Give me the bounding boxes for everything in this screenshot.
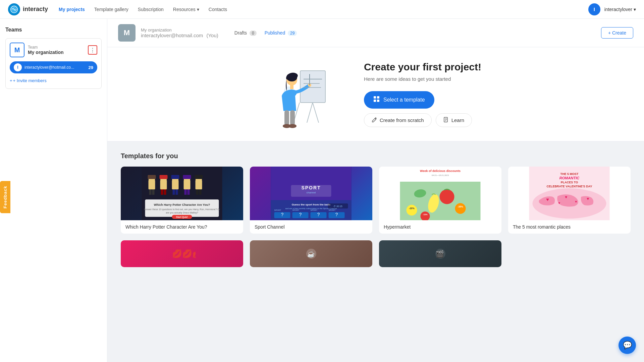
template-card-harry-potter[interactable]: Which Harry Potter Character Are You? An… [121,167,243,234]
team-menu-button[interactable]: ⋮ [88,45,97,55]
team-info: Team My organization [28,45,64,55]
svg-rect-22 [377,100,379,102]
book-icon [443,117,449,123]
svg-text:Guess the sport from the balls: Guess the sport from the balls [292,203,331,206]
nav-resources[interactable]: Resources ▾ [173,7,199,12]
sidebar: Teams M Team My organization ⋮ I interac… [0,19,107,362]
member-avatar: I [14,63,22,71]
plus-icon: + [10,78,12,83]
svg-text:Answer these 10 questions to f: Answer these 10 questions to find out, a… [144,208,220,211]
nav-template-gallery[interactable]: Template gallery [94,7,128,12]
svg-rect-13 [290,110,295,125]
select-template-button[interactable]: Select a template [364,91,434,109]
chevron-down-icon: ▾ [634,7,636,12]
template-card-romantic[interactable]: THE 5 MOST ROMANTIC PLACES TO CELEBRATE … [508,167,631,234]
grid-icon [373,96,380,104]
templates-grid-row2: 💋💋💋 ☕ [121,240,631,267]
svg-rect-42 [171,175,179,179]
invite-members-button[interactable]: + + Invite members [10,77,97,84]
team-header: M Team My organization ⋮ [10,43,97,57]
pencil-icon [372,117,377,123]
svg-rect-21 [374,100,376,102]
svg-point-88 [407,205,417,216]
svg-rect-32 [148,175,156,179]
tab-published[interactable]: Published 29 [265,30,297,36]
hero-subtitle: Here are some ideas to get you started [364,76,481,82]
org-email: interactylover@hotmail.com (You) [141,33,218,38]
svg-text:SPORT: SPORT [274,209,281,211]
svg-text:☕: ☕ [307,250,315,258]
team-label: Team [28,45,64,50]
chat-icon: 💬 [623,341,632,350]
svg-text:PLACES TO: PLACES TO [561,181,578,184]
template-name-harry-potter: Which Harry Potter Character Are You? [121,220,243,234]
svg-rect-19 [374,96,376,99]
svg-rect-30 [152,189,155,195]
user-menu[interactable]: interactylover ▾ [604,7,636,12]
template-name-hypermarket: Hypermarket [379,220,501,234]
svg-text:?: ? [335,212,338,217]
svg-rect-37 [160,175,168,179]
svg-text:?: ? [281,212,284,217]
team-card: M Team My organization ⋮ I interactylove… [5,38,102,89]
template-card-hypermarket[interactable]: Week of delicious discounts 04.01—18.01.… [379,167,501,234]
svg-text:CELEBRATE VALENTINE'S DAY: CELEBRATE VALENTINE'S DAY [547,185,592,188]
template-thumbnail-harry-potter: Which Harry Potter Character Are You? An… [121,167,243,220]
template-card-row2-2[interactable]: ☕ [250,240,372,267]
svg-rect-49 [196,189,199,195]
secondary-buttons: Create from scratch [364,113,481,127]
hero-illustration [270,61,337,128]
template-card-sport[interactable]: SPORT channel Guess the sport from the b… [250,167,372,234]
template-card-row2-1[interactable]: 💋💋💋 [121,240,243,267]
svg-point-90 [455,203,466,214]
svg-text:Start Quiz!: Start Quiz! [176,216,188,219]
logo-icon [8,3,20,15]
logo-text: interacty [23,6,48,13]
template-thumbnail-hypermarket: Week of delicious discounts 04.01—18.01.… [379,167,501,220]
svg-text:🎬: 🎬 [436,250,444,258]
main-content: Create your first project! Here are some… [107,47,644,362]
svg-text:?: ? [299,212,302,217]
svg-text:♥: ♥ [546,197,549,202]
svg-text:Week of delicious discounts: Week of delicious discounts [420,169,461,173]
org-info: My organization interactylover@hotmail.c… [141,27,218,38]
templates-grid: Which Harry Potter Character Are You? An… [121,167,631,234]
org-header: M My organization interactylover@hotmail… [107,19,644,47]
svg-text:are you actually Draco Malfoy?: are you actually Draco Malfoy? [166,212,198,214]
svg-rect-29 [149,189,152,195]
svg-rect-47 [183,175,191,179]
member-row[interactable]: I interactylover@hotmail.co... 29 [10,61,97,73]
tab-drafts[interactable]: Drafts 0 [234,30,257,36]
svg-rect-50 [199,189,202,195]
template-card-row2-4 [508,240,631,267]
learn-button[interactable]: Learn [436,113,472,127]
chat-bubble-button[interactable]: 💬 [619,337,636,354]
svg-text:💋💋💋: 💋💋💋 [172,249,196,258]
nav-contacts[interactable]: Contacts [209,7,227,12]
svg-rect-44 [184,189,187,195]
svg-rect-20 [377,96,379,99]
nav-subscription[interactable]: Subscription [138,7,164,12]
member-email: interactylover@hotmail.co... [24,65,86,70]
svg-rect-12 [284,110,289,125]
svg-text:♥: ♥ [575,200,577,203]
template-card-row2-3[interactable]: 🎬 [379,240,501,267]
create-button[interactable]: + Create [601,27,633,39]
nav-my-projects[interactable]: My projects [59,7,85,12]
feedback-wrapper: Feedback [0,181,10,215]
template-name-sport: Sport Channel [250,220,372,234]
template-thumbnail-romantic: THE 5 MOST ROMANTIC PLACES TO CELEBRATE … [508,167,631,220]
org-tabs: Drafts 0 Published 29 [234,30,297,36]
logo-area[interactable]: interacty [8,3,48,15]
org-name: My organization [141,27,218,33]
templates-section: Templates for you [107,141,644,278]
svg-text:SPORT: SPORT [301,185,321,190]
create-from-scratch-button[interactable]: Create from scratch [364,113,432,127]
svg-rect-9 [290,85,293,89]
svg-rect-45 [187,189,190,195]
feedback-button[interactable]: Feedback [0,181,10,213]
hero-text: Create your first project! Here are some… [364,61,481,127]
published-count: 29 [288,31,297,36]
svg-rect-40 [176,189,178,195]
content-area: M My organization interactylover@hotmail… [107,19,644,362]
